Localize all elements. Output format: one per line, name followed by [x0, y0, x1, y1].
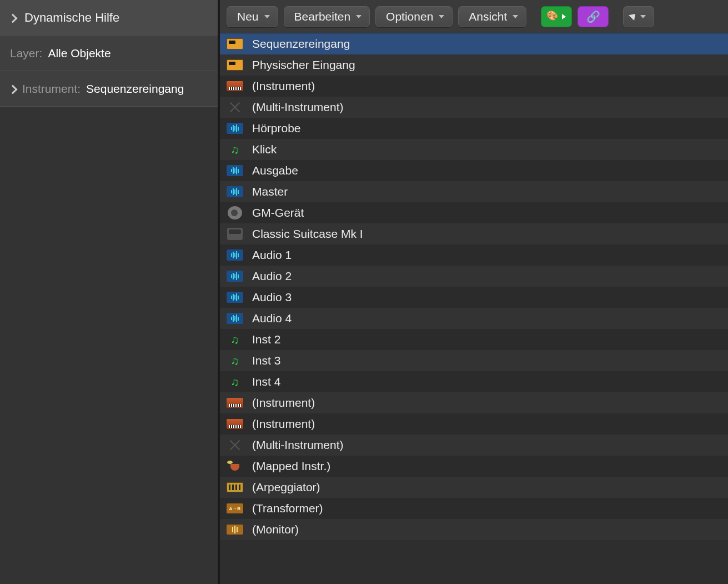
- object-row[interactable]: Audio 2: [220, 266, 728, 287]
- disclosure-chevron-icon: [10, 14, 17, 21]
- object-row-label: Klick: [252, 143, 277, 156]
- rack-icon: [225, 37, 244, 51]
- object-row[interactable]: Master: [220, 181, 728, 202]
- note-icon: ♫: [225, 353, 244, 368]
- object-row[interactable]: Sequenzereingang: [220, 33, 728, 54]
- drum-icon: [225, 459, 244, 473]
- wave-icon: [225, 290, 244, 305]
- object-row-label: (Mapped Instr.): [252, 460, 330, 473]
- menu-label: Ansicht: [469, 10, 507, 23]
- disclosure-chevron-icon: [10, 86, 17, 92]
- menu-label: Neu: [237, 10, 259, 23]
- object-row[interactable]: Ausgabe: [220, 160, 728, 181]
- layer-label: Layer:: [10, 47, 42, 60]
- object-row-label: GM-Gerät: [252, 206, 304, 219]
- instrument-label: Instrument:: [22, 82, 81, 96]
- object-row-label: Audio 4: [252, 312, 292, 325]
- object-list[interactable]: SequenzereingangPhysischer Eingang(Instr…: [220, 33, 728, 584]
- link-icon: 🔗: [586, 10, 600, 23]
- cross-icon: [225, 438, 244, 452]
- object-row[interactable]: Audio 4: [220, 308, 728, 329]
- menu-edit[interactable]: Bearbeiten: [284, 6, 370, 27]
- ab-icon: A→B: [225, 501, 244, 516]
- object-row[interactable]: Physischer Eingang: [220, 54, 728, 76]
- object-row[interactable]: (Arpeggiator): [220, 477, 728, 498]
- link-button[interactable]: 🔗: [578, 6, 609, 27]
- object-row[interactable]: Hörprobe: [220, 118, 728, 139]
- note-icon: ♫: [225, 332, 244, 347]
- menu-options[interactable]: Optionen: [375, 6, 453, 27]
- object-row-label: Audio 1: [252, 248, 292, 262]
- pointer-icon: [629, 11, 638, 21]
- synth-icon: [225, 417, 244, 431]
- color-palette-button[interactable]: [541, 6, 572, 27]
- meter-icon: [225, 522, 244, 537]
- object-row-label: Physischer Eingang: [252, 58, 355, 72]
- object-row[interactable]: ♫Klick: [220, 139, 728, 160]
- main-panel: Neu Bearbeiten Optionen Ansicht 🔗 Se: [220, 0, 728, 584]
- object-row[interactable]: (Multi-Instrument): [220, 97, 728, 118]
- wave-icon: [225, 269, 244, 283]
- palette-icon: [548, 12, 560, 22]
- instrument-row[interactable]: Instrument: Sequenzereingang: [0, 71, 218, 107]
- object-row-label: (Multi-Instrument): [252, 101, 344, 114]
- object-row-label: Classic Suitcase Mk I: [252, 227, 363, 241]
- layer-row[interactable]: Layer: Alle Objekte: [0, 36, 218, 71]
- sidebar-header[interactable]: Dynamische Hilfe: [0, 0, 218, 36]
- object-row-label: (Multi-Instrument): [252, 438, 344, 452]
- wave-icon: [225, 184, 244, 199]
- object-row[interactable]: (Multi-Instrument): [220, 435, 728, 456]
- instrument-value: Sequenzereingang: [86, 82, 184, 96]
- inspector-sidebar: Dynamische Hilfe Layer: Alle Objekte Ins…: [0, 0, 220, 584]
- object-row-label: Inst 2: [252, 333, 280, 346]
- object-row-label: (Arpeggiator): [252, 481, 320, 494]
- chevron-down-icon: [356, 15, 362, 18]
- object-row-label: Audio 3: [252, 291, 292, 304]
- object-row[interactable]: Audio 1: [220, 244, 728, 266]
- object-row-label: (Monitor): [252, 523, 299, 536]
- menu-new[interactable]: Neu: [227, 6, 278, 27]
- object-row[interactable]: (Mapped Instr.): [220, 456, 728, 477]
- chevron-down-icon: [513, 15, 518, 18]
- chevron-down-icon: [264, 15, 270, 18]
- object-row-label: Hörprobe: [252, 122, 301, 135]
- note-icon: ♫: [225, 375, 244, 389]
- object-row[interactable]: Audio 3: [220, 287, 728, 308]
- layer-value: Alle Objekte: [48, 47, 111, 60]
- object-row[interactable]: ♫Inst 4: [220, 371, 728, 392]
- wave-icon: [225, 121, 244, 136]
- object-row[interactable]: ♫Inst 3: [220, 350, 728, 371]
- wave-icon: [225, 248, 244, 262]
- note-icon: ♫: [225, 142, 244, 157]
- object-row-label: (Instrument): [252, 417, 315, 431]
- object-row[interactable]: Classic Suitcase Mk I: [220, 223, 728, 244]
- sidebar-header-title: Dynamische Hilfe: [24, 11, 119, 25]
- synth-icon: [225, 79, 244, 93]
- object-row[interactable]: (Instrument): [220, 413, 728, 435]
- object-row-label: Inst 3: [252, 354, 280, 367]
- toolbar: Neu Bearbeiten Optionen Ansicht 🔗: [220, 0, 728, 33]
- menu-view[interactable]: Ansicht: [458, 6, 526, 27]
- object-row[interactable]: (Instrument): [220, 76, 728, 97]
- pointer-tool-button[interactable]: [623, 6, 654, 27]
- menu-label: Optionen: [386, 10, 433, 23]
- chip-icon: [225, 480, 244, 495]
- object-row[interactable]: ♫Inst 2: [220, 329, 728, 350]
- wave-icon: [225, 311, 244, 326]
- synth-icon: [225, 396, 244, 410]
- object-row-label: Master: [252, 185, 288, 198]
- object-row[interactable]: A→B(Transformer): [220, 498, 728, 519]
- sidebar-body: [0, 107, 218, 584]
- wave-icon: [225, 163, 244, 178]
- object-row-label: Sequenzereingang: [252, 37, 350, 51]
- object-row[interactable]: (Monitor): [220, 519, 728, 540]
- object-row[interactable]: GM-Gerät: [220, 202, 728, 223]
- rack-icon: [225, 58, 244, 72]
- object-row-label: Ausgabe: [252, 164, 298, 177]
- object-row-label: Audio 2: [252, 269, 292, 283]
- object-row[interactable]: (Instrument): [220, 392, 728, 413]
- object-row-label: (Instrument): [252, 396, 315, 410]
- speaker-icon: [225, 206, 244, 220]
- chevron-down-icon: [640, 15, 646, 18]
- amp-icon: [225, 227, 244, 241]
